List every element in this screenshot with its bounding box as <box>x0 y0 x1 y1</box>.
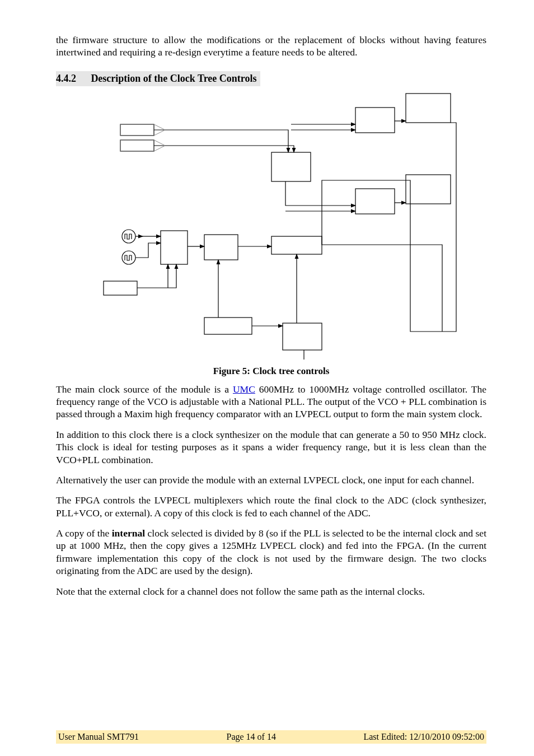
svg-rect-10 <box>104 281 137 295</box>
svg-rect-12 <box>283 323 322 350</box>
svg-rect-2 <box>120 124 154 136</box>
clock-tree-figure <box>56 91 486 360</box>
svg-rect-8 <box>204 235 238 260</box>
paragraph-1: The main clock source of the module is a… <box>56 383 486 421</box>
p5-bold: internal <box>112 528 145 539</box>
paragraph-5: A copy of the internal clock selected is… <box>56 527 486 577</box>
svg-rect-1 <box>355 108 395 133</box>
svg-rect-3 <box>120 140 154 151</box>
footer-left: User Manual SMT791 <box>58 732 139 742</box>
p1-a: The main clock source of the module is a <box>56 384 233 395</box>
paragraph-3: Alternatively the user can provide the m… <box>56 474 486 486</box>
paragraph-6: Note that the external clock for a chann… <box>56 585 486 598</box>
umc-link[interactable]: UMC <box>233 384 255 395</box>
section-heading: 4.4.2 Description of the Clock Tree Cont… <box>56 71 486 86</box>
footer-right: Last Edited: 12/10/2010 09:52:00 <box>363 732 484 742</box>
svg-rect-0 <box>406 94 451 123</box>
paragraph-2: In addition to this clock there is a clo… <box>56 428 486 466</box>
svg-rect-5 <box>406 175 451 204</box>
svg-rect-7 <box>161 231 188 264</box>
svg-point-13 <box>122 230 135 243</box>
svg-rect-11 <box>204 318 252 334</box>
svg-rect-6 <box>355 189 395 214</box>
page-footer: User Manual SMT791 Page 14 of 14 Last Ed… <box>56 730 486 744</box>
footer-center: Page 14 of 14 <box>227 732 276 742</box>
svg-rect-4 <box>271 152 311 181</box>
section-title: Description of the Clock Tree Controls <box>91 73 256 84</box>
svg-point-14 <box>122 251 135 264</box>
svg-rect-9 <box>271 236 322 254</box>
paragraph-4: The FPGA controls the LVPECL multiplexer… <box>56 494 486 519</box>
p5-a: A copy of the <box>56 528 112 539</box>
intro-paragraph: the firmware structure to allow the modi… <box>56 34 486 59</box>
section-number: 4.4.2 <box>56 72 88 85</box>
figure-caption: Figure 5: Clock tree controls <box>56 365 486 377</box>
